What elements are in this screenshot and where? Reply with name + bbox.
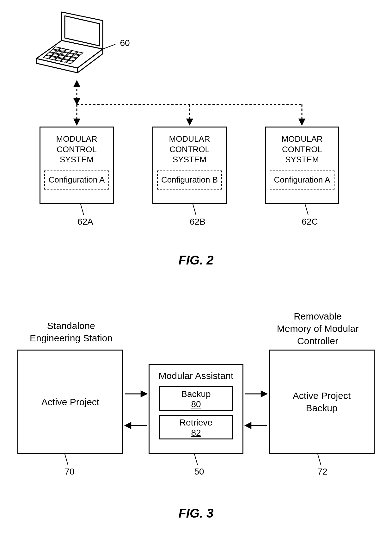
fig3-leaders bbox=[0, 0, 392, 547]
fig3-caption: FIG. 3 bbox=[0, 506, 392, 520]
svg-line-14 bbox=[194, 454, 198, 465]
svg-line-13 bbox=[65, 454, 68, 465]
ref-72: 72 bbox=[313, 467, 332, 477]
svg-line-15 bbox=[318, 454, 321, 465]
ref-70: 70 bbox=[60, 467, 79, 477]
diagram-canvas: 60 MODULAR CONTROL SYSTEM Configuration … bbox=[0, 0, 392, 547]
ref-50: 50 bbox=[190, 467, 209, 477]
